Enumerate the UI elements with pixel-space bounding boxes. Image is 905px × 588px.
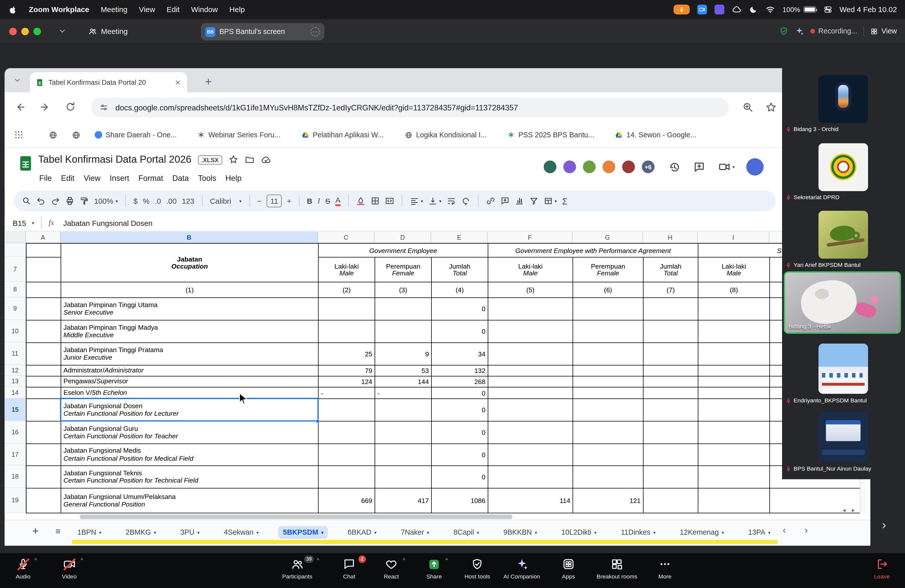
cell-occupation[interactable]: Administrator/Administrator — [61, 365, 318, 376]
cell[interactable] — [488, 320, 573, 343]
cell-occupation-header[interactable]: JabatanOccupation — [61, 243, 318, 282]
chevron-up-icon[interactable]: ^ — [445, 557, 448, 563]
insert-comment-icon[interactable] — [500, 196, 510, 206]
window-zoom-button[interactable] — [33, 27, 41, 35]
cell[interactable]: 9 — [375, 343, 431, 366]
window-close-button[interactable] — [9, 27, 17, 35]
column-header[interactable]: C — [318, 232, 375, 243]
sheet-tab[interactable]: 13PA▾ — [744, 526, 775, 539]
breakout-rooms-button[interactable]: Breakout rooms — [597, 557, 637, 580]
collaborator-overflow-badge[interactable]: +6 — [641, 159, 656, 175]
cell[interactable]: 34 — [431, 343, 488, 366]
merge-cells-icon[interactable] — [385, 196, 394, 206]
cell[interactable]: - — [318, 387, 375, 399]
participant-video[interactable] — [819, 143, 868, 191]
cell[interactable] — [573, 320, 643, 343]
cell[interactable] — [643, 376, 698, 387]
cell[interactable] — [488, 298, 573, 320]
cell[interactable] — [26, 257, 61, 282]
column-header[interactable]: D — [375, 232, 431, 243]
zoom-page-icon[interactable] — [742, 102, 754, 113]
cell[interactable]: (3) — [375, 282, 431, 298]
cell[interactable]: (5) — [488, 282, 573, 298]
cell[interactable] — [375, 443, 431, 466]
meeting-tab[interactable]: Meeting — [88, 27, 128, 35]
italic-button[interactable]: I — [318, 196, 320, 206]
cell[interactable] — [643, 488, 698, 513]
text-rotate-icon[interactable] — [461, 196, 470, 206]
text-color-button[interactable]: A — [335, 196, 340, 206]
cell-group-header[interactable]: Government Employee with Performance Agr… — [488, 243, 698, 257]
menu-help[interactable]: Help — [229, 5, 245, 14]
text-wrap-icon[interactable] — [447, 196, 456, 206]
cell[interactable] — [26, 376, 61, 387]
apps-grid-icon[interactable] — [14, 130, 24, 140]
cell[interactable]: 114 — [488, 488, 573, 513]
cell[interactable] — [698, 320, 770, 343]
ai-companion-button[interactable]: AI Companion — [503, 557, 540, 580]
increase-font-size-button[interactable]: + — [287, 197, 291, 205]
insert-link-icon[interactable] — [486, 196, 495, 206]
menu-help[interactable]: Help — [221, 172, 246, 184]
cell-occupation[interactable]: Jabatan Pimpinan Tinggi UtamaSenior Exec… — [61, 298, 318, 320]
horizontal-scrollbar[interactable] — [80, 515, 513, 519]
vertical-align-button[interactable]: ▾ — [428, 196, 441, 206]
cell[interactable] — [698, 421, 770, 444]
column-header[interactable]: B — [60, 232, 318, 243]
scroll-left-icon[interactable]: ◂ — [843, 507, 846, 513]
undo-icon[interactable] — [37, 196, 46, 206]
menu-edit[interactable]: Edit — [167, 5, 179, 14]
table-views-button[interactable]: ▾ — [543, 196, 557, 206]
chat-button[interactable]: 2^ Chat — [342, 557, 356, 580]
cell-group-header[interactable]: Government Employee — [318, 243, 488, 257]
row-header[interactable]: 16 — [5, 421, 26, 443]
wifi-icon[interactable] — [765, 5, 775, 14]
sheet-tab[interactable]: 10L2Dikti▾ — [557, 526, 601, 539]
bookmark-item[interactable]: Pelatihan Aplikasi W... — [301, 131, 384, 139]
caret-down-icon[interactable]: ▾ — [32, 220, 34, 226]
cell[interactable] — [573, 421, 643, 444]
row-header[interactable]: 9 — [5, 297, 26, 320]
menu-data[interactable]: Data — [168, 172, 193, 184]
cell[interactable] — [488, 376, 573, 387]
cell-subheader[interactable]: JumlahTotal — [643, 257, 698, 282]
audio-button[interactable]: ^ Audio — [16, 557, 30, 580]
sheet-tab[interactable]: 11Dinkes▾ — [616, 526, 660, 539]
globe-bookmark-icon[interactable] — [49, 130, 58, 140]
cell-subheader[interactable]: Laki-lakiMale — [698, 257, 770, 282]
cell[interactable] — [643, 466, 698, 488]
cell-occupation[interactable]: Jabatan Fungsional TeknisCertain Functio… — [61, 466, 318, 488]
more-formats-button[interactable]: 123 — [182, 197, 194, 205]
collaborator-avatar[interactable] — [543, 159, 557, 175]
font-size-input[interactable]: 11 — [267, 195, 282, 208]
column-header[interactable]: I — [698, 232, 770, 243]
menu-tools[interactable]: Tools — [193, 172, 221, 184]
cell[interactable] — [26, 421, 61, 444]
cell[interactable] — [26, 466, 61, 488]
cell[interactable] — [26, 298, 61, 320]
cell[interactable]: (2) — [318, 282, 375, 298]
cell[interactable] — [643, 298, 698, 320]
move-folder-icon[interactable] — [245, 155, 254, 164]
user-avatar[interactable] — [746, 158, 764, 176]
collaborator-avatar[interactable] — [582, 159, 597, 175]
cell[interactable] — [643, 343, 698, 366]
cell[interactable] — [573, 399, 643, 421]
star-icon[interactable] — [229, 155, 238, 164]
cell[interactable] — [573, 343, 643, 366]
chevron-down-icon[interactable] — [58, 27, 67, 35]
cell[interactable] — [318, 320, 375, 343]
cell[interactable] — [698, 365, 770, 376]
participants-button[interactable]: 39^ Participants — [282, 557, 312, 580]
more-options-icon[interactable]: ⋯ — [310, 27, 320, 37]
font-select[interactable]: Calibri▾ — [210, 197, 241, 205]
cell[interactable] — [698, 298, 770, 320]
cell[interactable] — [375, 399, 431, 421]
row-header[interactable]: 7 — [5, 257, 26, 282]
cell-occupation[interactable]: Jabatan Fungsional Umum/PelaksanaGeneral… — [61, 488, 318, 513]
add-sheet-button[interactable]: + — [32, 525, 39, 538]
cell[interactable] — [26, 488, 61, 513]
menu-format[interactable]: Format — [134, 172, 168, 184]
sheet-tab[interactable]: 1BPN▾ — [73, 526, 106, 539]
cell[interactable] — [643, 320, 698, 343]
